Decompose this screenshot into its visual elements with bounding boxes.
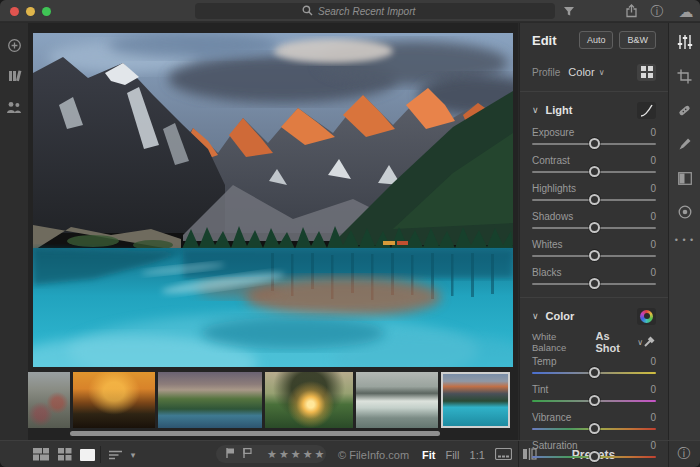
tint-slider[interactable] xyxy=(532,395,656,406)
add-photos-icon[interactable] xyxy=(0,31,28,59)
exposure-slider[interactable] xyxy=(532,138,656,149)
cloud-sync-icon[interactable]: ☁ xyxy=(675,0,697,22)
temp-slider[interactable] xyxy=(532,367,656,378)
saturation-slider[interactable] xyxy=(532,451,656,462)
minimize-window-button[interactable] xyxy=(26,7,35,16)
edit-panel-title: Edit xyxy=(532,33,573,48)
crop-icon[interactable] xyxy=(669,61,700,91)
main-photo[interactable] xyxy=(33,33,513,367)
profile-browser-icon[interactable] xyxy=(637,64,656,81)
highlights-slider-knob[interactable] xyxy=(589,194,600,205)
filmstrip-thumbnail-waterfall[interactable] xyxy=(356,372,438,428)
people-icon[interactable] xyxy=(0,93,28,121)
right-tool-rail: • • • xyxy=(668,23,700,440)
vibrance-slider[interactable] xyxy=(532,423,656,434)
slider-label: Tint xyxy=(532,384,548,395)
reject-flag-icon[interactable] xyxy=(242,445,253,463)
slider-temp: Temp0 xyxy=(532,355,656,378)
zoom-one-to-one-button[interactable]: 1:1 xyxy=(470,449,485,461)
info-icon[interactable]: ⓘ xyxy=(648,0,666,22)
filmstrip-thumbnail-orange-sunset[interactable] xyxy=(73,372,155,428)
filter-funnel-icon[interactable] xyxy=(560,0,578,22)
detail-view-icon-active[interactable] xyxy=(76,441,98,467)
slider-label: Vibrance xyxy=(532,412,571,423)
whites-slider[interactable] xyxy=(532,250,656,261)
bw-button[interactable]: B&W xyxy=(619,31,656,49)
square-grid-view-icon[interactable] xyxy=(54,441,76,467)
filmstrip-thumbnail-green-valley[interactable] xyxy=(158,372,262,428)
sort-icon[interactable] xyxy=(106,441,126,467)
blacks-slider[interactable] xyxy=(532,278,656,289)
search-input[interactable] xyxy=(318,6,448,17)
filmstrip-toggle-icon[interactable] xyxy=(495,446,512,464)
white-balance-dropdown[interactable]: As Shot xyxy=(596,330,634,354)
color-collapse-chevron-icon: ∨ xyxy=(532,311,539,321)
canvas-area xyxy=(28,23,518,440)
filmstrip-thumbnail-tree-sunburst[interactable] xyxy=(265,372,353,428)
slider-saturation: Saturation0 xyxy=(532,439,656,462)
profile-value-dropdown[interactable]: Color xyxy=(568,66,594,78)
slider-shadows: Shadows0 xyxy=(532,210,656,233)
color-section-header[interactable]: ∨ Color xyxy=(532,306,656,326)
slider-value: 0 xyxy=(650,239,656,250)
zoom-fit-button[interactable]: Fit xyxy=(422,449,435,461)
close-window-button[interactable] xyxy=(10,7,19,16)
slider-label: Whites xyxy=(532,239,563,250)
filmstrip-thumbnail-moraine-lake-selected[interactable] xyxy=(441,372,510,428)
slider-label: Shadows xyxy=(532,211,573,222)
lightroom-window: ⓘ ☁ xyxy=(0,0,700,467)
sort-dropdown-chevron-icon[interactable]: ▾ xyxy=(126,441,140,467)
slider-highlights: Highlights0 xyxy=(532,182,656,205)
pick-flag-icon[interactable] xyxy=(225,445,236,463)
linear-gradient-icon[interactable] xyxy=(669,163,700,193)
slider-label: Exposure xyxy=(532,127,574,138)
whites-slider-knob[interactable] xyxy=(589,250,600,261)
slider-value: 0 xyxy=(650,412,656,423)
slider-blacks: Blacks0 xyxy=(532,266,656,289)
white-balance-label: White Balance xyxy=(532,331,588,353)
slider-value: 0 xyxy=(650,183,656,194)
edit-sliders-icon-active[interactable] xyxy=(669,27,700,57)
watermark-text: © FileInfo.com xyxy=(338,441,409,467)
healing-brush-icon[interactable] xyxy=(669,95,700,125)
highlights-slider[interactable] xyxy=(532,194,656,205)
blacks-slider-knob[interactable] xyxy=(589,278,600,289)
zoom-window-button[interactable] xyxy=(42,7,51,16)
slider-value: 0 xyxy=(650,356,656,367)
left-rail xyxy=(0,23,28,440)
photo-grid-view-icon[interactable] xyxy=(30,441,52,467)
radial-gradient-icon[interactable] xyxy=(669,197,700,227)
contrast-slider-knob[interactable] xyxy=(589,166,600,177)
temp-slider-knob[interactable] xyxy=(589,367,600,378)
saturation-slider-knob[interactable] xyxy=(589,451,600,462)
flag-rating-pill: ★★★★★ xyxy=(216,445,326,463)
help-info-icon[interactable]: ⓘ xyxy=(668,440,700,467)
auto-button[interactable]: Auto xyxy=(579,31,614,49)
shadows-slider[interactable] xyxy=(532,222,656,233)
color-mixer-icon[interactable] xyxy=(637,308,656,325)
tint-slider-knob[interactable] xyxy=(589,395,600,406)
tone-curve-icon[interactable] xyxy=(637,102,656,119)
brush-icon[interactable] xyxy=(669,129,700,159)
contrast-slider[interactable] xyxy=(532,166,656,177)
eyedropper-icon[interactable] xyxy=(643,335,656,350)
slider-value: 0 xyxy=(650,440,656,451)
search-icon xyxy=(302,2,318,20)
star-rating[interactable]: ★★★★★ xyxy=(267,448,326,461)
titlebar: ⓘ ☁ xyxy=(0,0,700,22)
filmstrip-scrollbar[interactable] xyxy=(70,431,440,436)
shadows-slider-knob[interactable] xyxy=(589,222,600,233)
vibrance-slider-knob[interactable] xyxy=(589,423,600,434)
search-field[interactable] xyxy=(195,3,555,19)
share-icon[interactable] xyxy=(622,0,640,22)
profile-label: Profile xyxy=(532,67,560,78)
slider-contrast: Contrast0 xyxy=(532,154,656,177)
my-photos-icon[interactable] xyxy=(0,62,28,90)
filmstrip-thumbnail-rocky-path[interactable] xyxy=(28,372,70,428)
more-tools-icon[interactable]: • • • xyxy=(669,231,700,249)
slider-whites: Whites0 xyxy=(532,238,656,261)
exposure-slider-knob[interactable] xyxy=(589,138,600,149)
zoom-fill-button[interactable]: Fill xyxy=(445,449,459,461)
slider-label: Blacks xyxy=(532,267,561,278)
light-section-header[interactable]: ∨ Light xyxy=(532,100,656,120)
